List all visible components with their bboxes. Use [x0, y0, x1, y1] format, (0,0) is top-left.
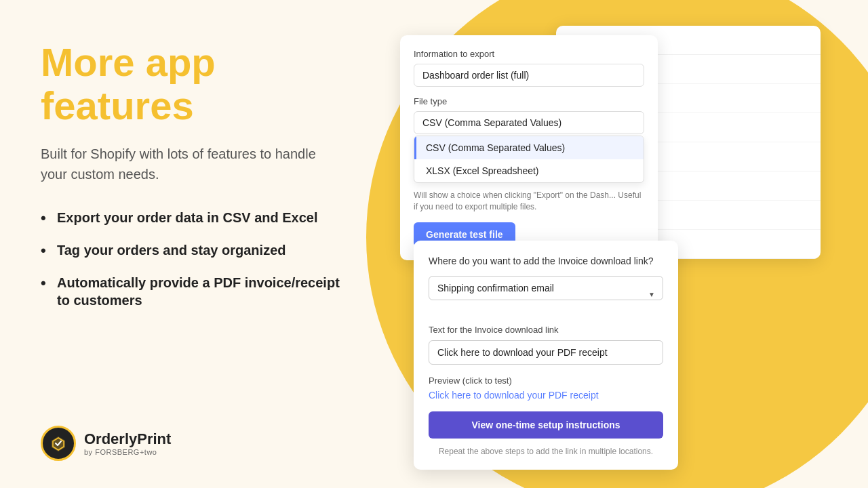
main-title: More app features [41, 41, 353, 127]
invoice-location-select[interactable]: Shipping confirmation email [429, 276, 663, 300]
preview-label: Preview (click to test) [429, 375, 663, 386]
feature-item-1: Export your order data in CSV and Excel [41, 209, 353, 226]
file-type-label: File type [414, 96, 644, 106]
features-list: Export your order data in CSV and Excel … [41, 209, 353, 309]
logo-area: OrderlyPrint by FORSBERG+two [41, 426, 353, 461]
card-hint: Will show a choice when clicking "Export… [414, 190, 644, 213]
subtitle: Built for Shopify with lots of features … [41, 144, 332, 184]
file-type-dropdown: CSV (Comma Separated Values) XLSX (Excel… [414, 136, 644, 183]
setup-instructions-button[interactable]: View one-time setup instructions [429, 411, 663, 439]
invoice-card: Where do you want to add the Invoice dow… [414, 241, 678, 470]
file-type-select-display[interactable]: CSV (Comma Separated Values) [414, 111, 644, 134]
info-label: Information to export [414, 49, 644, 59]
feature-item-2: Tag your orders and stay organized [41, 241, 353, 259]
text-label: Text for the Invoice download link [429, 325, 663, 335]
logo-text: OrderlyPrint by FORSBERG+two [84, 430, 171, 456]
logo-icon [41, 426, 76, 461]
preview-link[interactable]: Click here to download your PDF receipt [429, 390, 663, 401]
export-card: Information to export File type CSV (Com… [400, 35, 658, 260]
invoice-text-input[interactable] [429, 340, 663, 365]
logo-sub: by FORSBERG+two [84, 448, 171, 456]
invoice-question: Where do you want to add the Invoice dow… [429, 256, 663, 266]
left-content: More app features Built for Shopify with… [41, 41, 353, 412]
logo-svg [49, 434, 68, 453]
logo-name: OrderlyPrint [84, 430, 171, 448]
info-input[interactable] [414, 64, 644, 87]
left-panel: More app features Built for Shopify with… [0, 0, 393, 488]
dropdown-option-xlsx[interactable]: XLSX (Excel Spreadsheet) [414, 159, 644, 182]
invoice-select-wrapper: Shipping confirmation email [429, 276, 663, 312]
invoice-note: Repeat the above steps to add the link i… [429, 447, 663, 456]
feature-item-3: Automatically provide a PDF invoice/rece… [41, 274, 353, 309]
right-panel: Tag name Complete In-process On-hold Rus… [380, 0, 868, 488]
dropdown-option-csv[interactable]: CSV (Comma Separated Values) [414, 136, 644, 159]
